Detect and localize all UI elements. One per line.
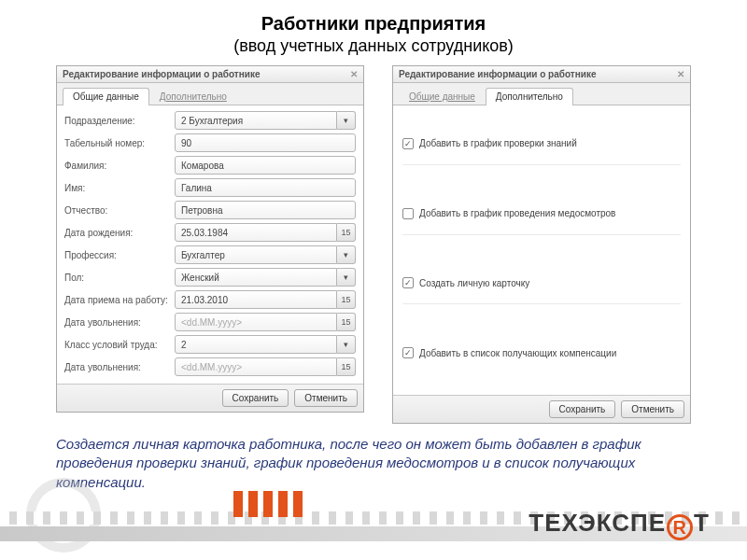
dialog-general: Редактирование информации о работнике ✕ …: [56, 65, 364, 413]
gender-value: Женский: [175, 268, 337, 287]
tab-general[interactable]: Общие данные: [63, 88, 149, 105]
tabnum-input[interactable]: 90: [175, 133, 356, 152]
profession-select[interactable]: Бухгалтер ▾: [175, 245, 356, 264]
calendar-icon[interactable]: 15: [337, 313, 356, 331]
row-lastname: Фамилия: Комарова: [64, 156, 356, 175]
calendar-icon[interactable]: 15: [337, 223, 356, 242]
row-firedate: Дата увольнения: <dd.MM.yyyy> 15: [64, 313, 356, 331]
row-tabnum: Табельный номер: 90: [64, 133, 356, 152]
row-profession: Профессия: Бухгалтер ▾: [64, 245, 356, 264]
checklist: Добавить в график проверки знаний Добави…: [393, 105, 690, 395]
department-value: 2 Бухгалтерия: [175, 111, 337, 130]
label-lastname: Фамилия:: [64, 161, 175, 171]
label-firstname: Имя:: [64, 183, 175, 193]
lastname-input[interactable]: Комарова: [175, 156, 356, 175]
tab-general[interactable]: Общие данные: [399, 88, 486, 105]
hiredate-field[interactable]: 21.03.2010 15: [175, 290, 356, 309]
gender-select[interactable]: Женский ▾: [175, 268, 356, 287]
firedate-field[interactable]: <dd.MM.yyyy> 15: [175, 313, 356, 331]
titlebar-left: Редактирование информации о работнике ✕: [57, 66, 363, 83]
save-button[interactable]: Сохранить: [222, 389, 289, 407]
brand-text: ТЕХЭКСПЕ: [529, 509, 666, 537]
patronymic-input[interactable]: Петровна: [175, 201, 356, 219]
checkbox-knowledge[interactable]: [402, 138, 414, 149]
label-profession: Профессия:: [64, 250, 175, 260]
page-subtitle: (ввод учетных данных сотрудников): [0, 35, 747, 63]
brand-text: Т: [694, 509, 710, 537]
checkbox-label: Добавить в график проверки знаний: [419, 138, 577, 148]
form-body: Подразделение: 2 Бухгалтерия ▾ Табельный…: [57, 105, 363, 384]
row-gender: Пол: Женский ▾: [64, 268, 356, 287]
cancel-button[interactable]: Отменить: [621, 400, 684, 418]
panels: Редактирование информации о работнике ✕ …: [0, 63, 747, 424]
close-icon[interactable]: ✕: [350, 69, 358, 79]
label-hiredate: Дата приема на работу:: [64, 295, 175, 305]
row-laborclass: Класс условий труда: 2 ▾: [64, 335, 356, 354]
check-row-card: Создать личную карточку: [402, 270, 681, 304]
save-button[interactable]: Сохранить: [549, 400, 616, 418]
label-firedate2: Дата увольнения:: [64, 362, 175, 372]
tab-extra[interactable]: Дополнительно: [149, 88, 237, 105]
birthdate-field[interactable]: 25.03.1984 15: [175, 223, 356, 242]
dialog-title: Редактирование информации о работнике: [399, 69, 596, 79]
calendar-icon[interactable]: 15: [337, 357, 356, 376]
dialog-title: Редактирование информации о работнике: [63, 69, 260, 79]
checkbox-medexam[interactable]: [402, 208, 414, 219]
firedate2-input[interactable]: <dd.MM.yyyy>: [175, 357, 337, 376]
check-row-compensation: Добавить в список получающих компенсации: [402, 340, 681, 373]
checkbox-compensation[interactable]: [402, 347, 414, 358]
firedate2-field[interactable]: <dd.MM.yyyy> 15: [175, 357, 356, 376]
row-patronymic: Отчество: Петровна: [64, 201, 356, 219]
label-department: Подразделение:: [64, 116, 175, 126]
label-gender: Пол:: [64, 273, 175, 283]
page-title: Работники предприятия: [0, 0, 747, 35]
firedate-input[interactable]: <dd.MM.yyyy>: [175, 313, 337, 331]
footer-left: Сохранить Отменить: [57, 384, 363, 412]
row-hiredate: Дата приема на работу: 21.03.2010 15: [64, 290, 356, 309]
hiredate-input[interactable]: 21.03.2010: [175, 290, 337, 309]
checkbox-label: Добавить в список получающих компенсации: [419, 348, 616, 358]
titlebar-right: Редактирование информации о работнике ✕: [393, 66, 690, 83]
row-firstname: Имя: Галина: [64, 178, 356, 197]
row-firedate2: Дата увольнения: <dd.MM.yyyy> 15: [64, 357, 356, 376]
check-row-medexam: Добавить в график проведения медосмотров: [402, 201, 681, 235]
close-icon[interactable]: ✕: [677, 69, 684, 79]
check-row-knowledge: Добавить в график проверки знаний: [402, 131, 681, 165]
registered-icon: R: [667, 514, 693, 540]
tab-extra[interactable]: Дополнительно: [486, 88, 573, 105]
chevron-down-icon[interactable]: ▾: [337, 111, 356, 130]
birthdate-input[interactable]: 25.03.1984: [175, 223, 337, 242]
row-department: Подразделение: 2 Бухгалтерия ▾: [64, 111, 356, 130]
decorative-band: ТЕХЭКСПЕRТ: [0, 476, 747, 560]
tabs-left: Общие данные Дополнительно: [57, 83, 363, 105]
label-laborclass: Класс условий труда:: [64, 340, 175, 350]
chevron-down-icon[interactable]: ▾: [337, 335, 356, 354]
checkbox-label: Добавить в график проведения медосмотров: [419, 208, 615, 218]
tabs-right: Общие данные Дополнительно: [393, 83, 690, 105]
label-birthdate: Дата рождения:: [64, 228, 175, 238]
firstname-input[interactable]: Галина: [175, 178, 356, 197]
label-patronymic: Отчество:: [64, 205, 175, 216]
checkbox-card[interactable]: [402, 277, 414, 288]
laborclass-value: 2: [175, 335, 337, 354]
chevron-down-icon[interactable]: ▾: [337, 245, 356, 264]
dialog-extra: Редактирование информации о работнике ✕ …: [392, 65, 691, 424]
cancel-button[interactable]: Отменить: [294, 389, 358, 407]
label-firedate: Дата увольнения:: [64, 317, 175, 328]
department-select[interactable]: 2 Бухгалтерия ▾: [175, 111, 356, 130]
footer-right: Сохранить Отменить: [393, 395, 690, 423]
laborclass-select[interactable]: 2 ▾: [175, 335, 356, 354]
brand-logo: ТЕХЭКСПЕRТ: [529, 509, 710, 539]
chevron-down-icon[interactable]: ▾: [337, 268, 356, 287]
profession-value: Бухгалтер: [175, 245, 337, 264]
checkbox-label: Создать личную карточку: [419, 278, 529, 288]
decor-bars: [233, 491, 303, 517]
row-birthdate: Дата рождения: 25.03.1984 15: [64, 223, 356, 242]
label-tabnum: Табельный номер:: [64, 138, 175, 148]
calendar-icon[interactable]: 15: [337, 290, 356, 309]
